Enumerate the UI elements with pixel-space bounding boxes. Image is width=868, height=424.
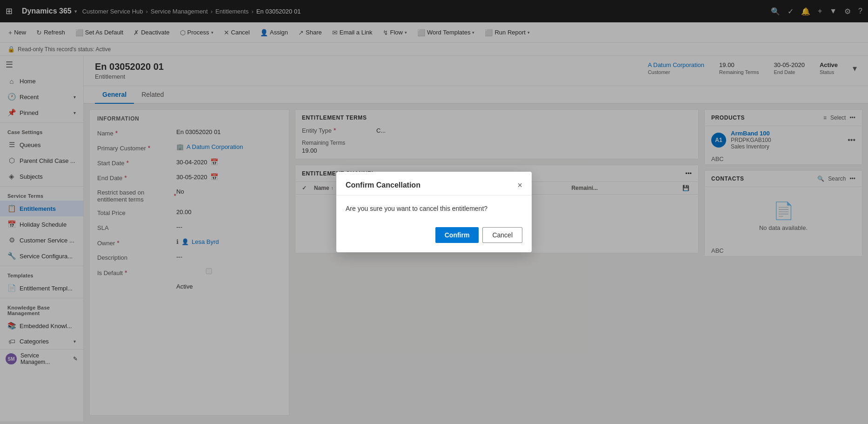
dialog-confirm-button[interactable]: Confirm — [435, 227, 479, 243]
dialog-body: Are you sure you want to cancel this ent… — [336, 195, 532, 222]
dialog-overlay[interactable]: Confirm Cancellation × Are you sure you … — [0, 0, 868, 424]
dialog-close-button[interactable]: × — [517, 181, 522, 189]
dialog-cancel-button[interactable]: Cancel — [482, 227, 522, 243]
dialog-header: Confirm Cancellation × — [336, 172, 532, 195]
dialog-footer: Confirm Cancel — [336, 222, 532, 252]
confirm-cancellation-dialog: Confirm Cancellation × Are you sure you … — [336, 172, 532, 252]
dialog-title: Confirm Cancellation — [346, 181, 421, 189]
dialog-message: Are you sure you want to cancel this ent… — [346, 205, 487, 212]
